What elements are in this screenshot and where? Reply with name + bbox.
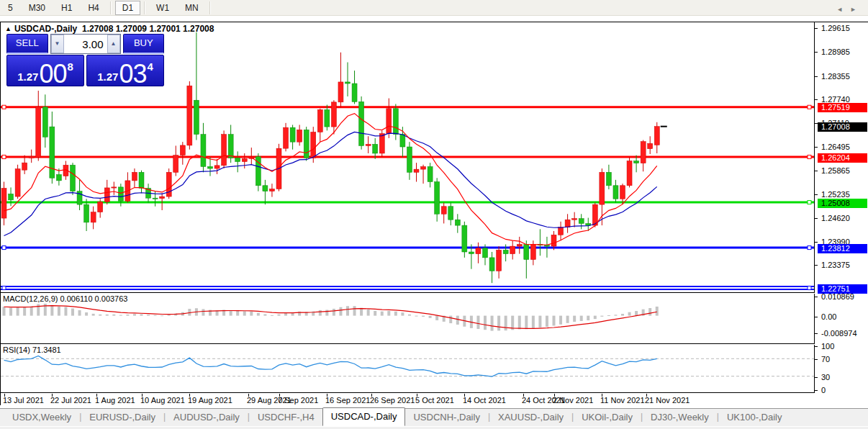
date-label: 14 Oct 2021: [463, 396, 506, 405]
axis-tick: [815, 99, 818, 100]
sell-price-handle: 1.27: [17, 71, 38, 83]
axis-tick: [815, 147, 818, 148]
date-label: 1 Aug 2021: [95, 396, 135, 405]
timeframe-button-MN[interactable]: MN: [178, 1, 206, 15]
volume-input[interactable]: [64, 35, 107, 53]
rsi-plot: [1, 345, 814, 392]
sell-button[interactable]: SELL: [6, 34, 48, 54]
level-price-tag: 1.26204: [818, 153, 867, 163]
axis-tick: [815, 265, 818, 266]
line-handle[interactable]: [2, 246, 6, 250]
axis-tick: [815, 76, 818, 77]
main-chart-pane[interactable]: ▲USDCAD-,Daily 1.27008 1.27009 1.27001 1…: [1, 22, 815, 293]
chart-title: USDCAD-,Daily: [14, 24, 77, 34]
chart-ohlc-values: 1.27008 1.27009 1.27001 1.27008: [82, 24, 214, 34]
price-axis-label: 1.25865: [821, 166, 850, 175]
rsi-axis-label: 0: [821, 386, 826, 394]
line-handle[interactable]: [2, 286, 6, 290]
timeframe-button-5[interactable]: 5: [1, 1, 20, 15]
ma-fast-line: [4, 114, 657, 245]
buy-price-handle: 1.27: [97, 71, 118, 83]
price-axis-label: 1.29615: [821, 24, 850, 32]
timeframe-button-H4[interactable]: H4: [81, 1, 106, 15]
tab-dj30-weekly[interactable]: DJ30-,Weekly: [643, 409, 717, 426]
macd-axis-label: 0.010869: [821, 292, 854, 301]
sell-price-big-digits: 00: [39, 63, 66, 86]
toolbar-separator: [110, 1, 112, 14]
tab-audusd-daily[interactable]: AUDUSD-,Daily: [166, 409, 248, 426]
macd-label: MACD(12,26,9) 0.006110 0.003763: [3, 294, 127, 303]
volume-decrease-icon[interactable]: ▼: [51, 35, 64, 53]
current-price-tag: 1.27008: [818, 122, 867, 132]
axis-tick: [815, 171, 818, 171]
tab-usdx-weekly[interactable]: USDX,Weekly: [4, 409, 79, 426]
level-price-tag: 1.23812: [818, 244, 867, 253]
tab-ukoil-daily[interactable]: UKOil-,Daily: [574, 409, 641, 426]
date-label: 11 Nov 2021: [600, 396, 645, 405]
line-handle[interactable]: [808, 105, 811, 109]
timeframe-button-M30[interactable]: M30: [22, 1, 53, 15]
timeframe-button-H1[interactable]: H1: [54, 1, 79, 15]
rsi-axis-label: 70: [821, 355, 830, 363]
axis-tick: [815, 359, 818, 360]
sell-price-panel[interactable]: 1.27 00 8: [6, 55, 84, 86]
price-axis-label: 1.23375: [821, 261, 850, 269]
date-label: 26 Sep 2021: [370, 396, 415, 405]
axis-tick: [815, 333, 818, 334]
timeframe-button-D1[interactable]: D1: [115, 1, 140, 15]
date-label: 5 Oct 2021: [415, 396, 454, 405]
chart-header: ▲USDCAD-,Daily 1.27008 1.27009 1.27001 1…: [5, 24, 214, 34]
price-axis-label: 1.25235: [821, 190, 850, 199]
buy-price-panel[interactable]: 1.27 03 4: [86, 55, 164, 86]
rsi-axis-label: 30: [821, 373, 830, 381]
tab-usdcnh-daily[interactable]: USDCNH-,Daily: [405, 409, 487, 426]
line-handle[interactable]: [808, 246, 811, 250]
buy-button[interactable]: BUY: [123, 34, 165, 54]
date-label: 13 Jul 2021: [3, 396, 44, 405]
line-handle[interactable]: [2, 155, 6, 159]
axis-tick: [815, 297, 818, 297]
rsi-indicator-pane[interactable]: RSI(14) 71.3481: [1, 345, 815, 393]
macd-axis-label: 0.00: [821, 312, 836, 321]
macd-signal-line: [4, 306, 657, 329]
chart-collapse-icon[interactable]: ▲: [5, 25, 12, 32]
line-handle[interactable]: [808, 286, 811, 290]
volume-increase-icon[interactable]: ▲: [107, 35, 120, 53]
axis-tick: [815, 346, 818, 347]
status-strip: [0, 426, 868, 429]
symbol-tab-bar: USDX,Weekly|EURUSD-,Daily|AUDUSD-,Daily|…: [0, 408, 868, 426]
tab-scroll-arrows: ◄►: [836, 6, 864, 13]
buy-price-pip-digit: 4: [147, 60, 153, 73]
macd-indicator-pane[interactable]: MACD(12,26,9) 0.006110 0.003763: [1, 294, 815, 344]
sell-price-pip-digit: 8: [67, 60, 73, 73]
axis-tick: [815, 390, 818, 391]
tab-uk100-daily[interactable]: UK100-,Daily: [719, 409, 790, 426]
line-handle[interactable]: [2, 105, 6, 109]
toolbar-separator: [144, 1, 145, 14]
line-handle[interactable]: [808, 201, 811, 204]
date-label: 7 Sep 2021: [278, 396, 318, 405]
date-label: 10 Aug 2021: [140, 396, 185, 405]
axis-tick: [815, 218, 818, 219]
price-axis-label: 1.28355: [821, 72, 850, 81]
tab-usdcad-daily[interactable]: USDCAD-,Daily: [322, 407, 406, 426]
volume-spinner: ▼ ▲: [50, 34, 121, 54]
toolbar-separator: [209, 1, 211, 14]
level-price-tag: 1.25008: [818, 199, 867, 208]
tab-scroll-left-icon[interactable]: ◄: [836, 6, 850, 13]
tab-xauusd-daily[interactable]: XAUUSD-,Daily: [490, 409, 571, 426]
rsi-label: RSI(14) 71.3481: [3, 346, 61, 354]
axis-tick: [815, 52, 818, 53]
price-axis-label: 1.26495: [821, 143, 850, 151]
tab-usdchf-h4[interactable]: USDCHF-,H4: [250, 409, 322, 426]
date-axis: 13 Jul 202122 Jul 20211 Aug 202110 Aug 2…: [1, 394, 815, 405]
date-label: 16 Sep 2021: [325, 396, 370, 405]
one-click-trade-widget: SELL ▼ ▲ BUY 1.27 00 8 1.27: [6, 34, 164, 86]
line-handle[interactable]: [808, 155, 811, 159]
date-label: 2 Nov 2021: [553, 396, 593, 405]
axis-tick: [815, 194, 818, 195]
axis-tick: [815, 242, 818, 243]
tab-eurusd-daily[interactable]: EURUSD-,Daily: [81, 409, 163, 426]
timeframe-button-W1[interactable]: W1: [149, 1, 176, 15]
tab-scroll-right-icon[interactable]: ►: [850, 6, 864, 13]
